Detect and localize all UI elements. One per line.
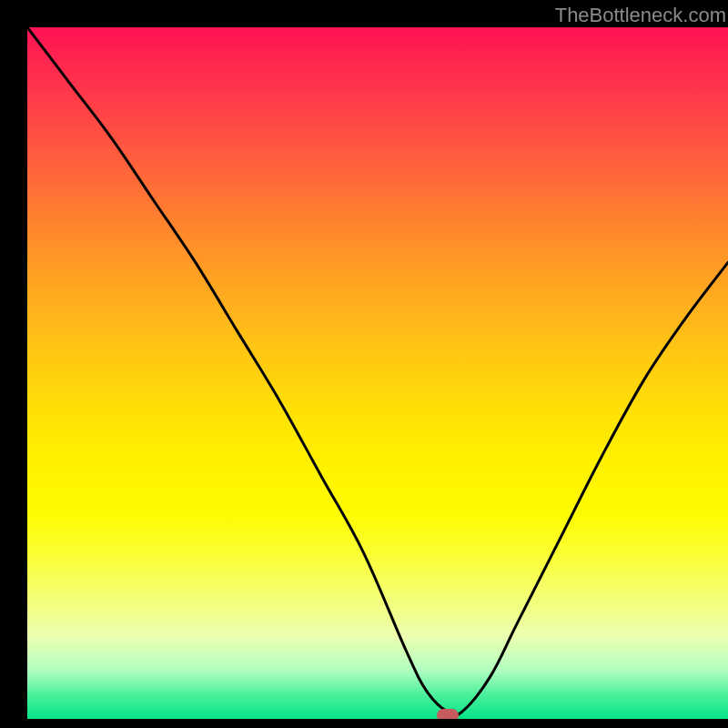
chart-container: TheBottleneck.com: [0, 0, 728, 728]
optimal-marker: [437, 709, 459, 719]
curve-svg: [27, 27, 728, 719]
plot-area: [27, 27, 728, 719]
bottleneck-curve: [27, 27, 728, 716]
attribution-text: TheBottleneck.com: [555, 4, 726, 27]
